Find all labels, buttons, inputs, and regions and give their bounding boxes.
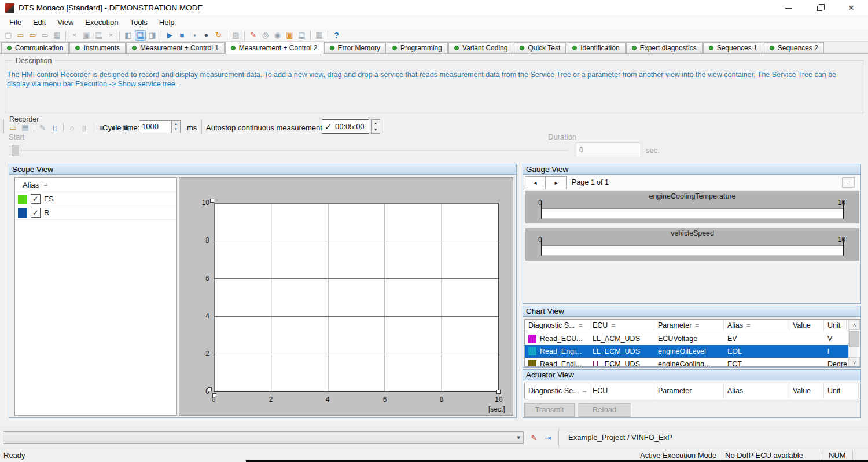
- cycle-time-spinner[interactable]: ▴ ▾: [171, 120, 181, 133]
- import-workspace-icon[interactable]: ▭: [39, 30, 50, 41]
- column-header[interactable]: Alias: [724, 383, 789, 399]
- new-document-icon[interactable]: ▢: [3, 30, 14, 41]
- save-recording-icon[interactable]: ▦: [20, 122, 31, 133]
- close-button[interactable]: ×: [838, 0, 865, 16]
- open-file-icon[interactable]: ▭: [15, 30, 26, 41]
- open-recording-icon[interactable]: ▭: [8, 122, 19, 133]
- scroll-up-button[interactable]: ∧: [849, 320, 860, 330]
- column-header[interactable]: Unit: [824, 320, 847, 332]
- axis-handle[interactable]: [212, 393, 216, 397]
- table-row-selected[interactable]: Read_Engi... LL_ECM_UDS engineOilLevel E…: [525, 345, 860, 358]
- duration-input[interactable]: 0: [576, 142, 641, 157]
- column-header[interactable]: Parameter=: [654, 320, 724, 332]
- axis-handle[interactable]: [210, 199, 214, 203]
- autostop-time-input[interactable]: 00:05:00: [334, 119, 369, 134]
- network-icon[interactable]: ◉: [272, 30, 283, 41]
- collapse-button[interactable]: −: [842, 177, 855, 188]
- open-project-icon[interactable]: ▭: [27, 30, 38, 41]
- tab-communication[interactable]: Communication: [1, 42, 69, 53]
- table-row[interactable]: Read_ECU... LL_ACM_UDS ECUVoltage EV V: [525, 332, 860, 345]
- layout-right-icon[interactable]: ◨: [147, 30, 158, 41]
- signal-row-fs[interactable]: ✓ FS: [15, 192, 176, 206]
- menu-edit[interactable]: Edit: [27, 16, 52, 29]
- spin-down-icon[interactable]: ▾: [172, 126, 180, 131]
- column-header[interactable]: ECU=: [589, 320, 654, 332]
- filter-icon[interactable]: =: [695, 320, 699, 332]
- filter-icon[interactable]: =: [579, 320, 583, 332]
- paint-icon[interactable]: ✎: [248, 30, 259, 41]
- page-prev-button[interactable]: ◂: [525, 176, 546, 189]
- delete-view-icon[interactable]: ▯: [79, 122, 90, 133]
- column-header[interactable]: Value: [789, 383, 824, 399]
- menu-view[interactable]: View: [52, 16, 79, 29]
- tab-expert-diagnostics[interactable]: Expert diagnostics: [626, 42, 703, 53]
- column-header[interactable]: Diagnostic S...=: [525, 320, 589, 332]
- column-header[interactable]: Alias=: [724, 320, 789, 332]
- stop-execution-icon[interactable]: ■: [176, 30, 187, 41]
- menu-file[interactable]: File: [3, 16, 27, 29]
- tab-measurement-control-2[interactable]: Measurement + Control 2: [225, 42, 323, 54]
- cycle-time-input[interactable]: 1000: [139, 120, 171, 133]
- signal-row-r[interactable]: ✓ R: [15, 206, 176, 220]
- table-row[interactable]: Read_Engi... LL_ECM_UDS engineCooling...…: [525, 358, 860, 367]
- column-header[interactable]: Diagnostic Se...=: [525, 383, 589, 399]
- start-slider-track[interactable]: [12, 150, 569, 152]
- service-combobox[interactable]: ▾: [3, 431, 524, 444]
- autostop-spinner[interactable]: ▴ ▾: [371, 119, 380, 134]
- signal-checkbox[interactable]: ✓: [31, 208, 41, 218]
- spin-down-icon[interactable]: ▾: [372, 126, 380, 133]
- calendar-icon[interactable]: ▦: [314, 30, 325, 41]
- pause-icon[interactable]: ◑: [189, 30, 200, 41]
- tab-instruments[interactable]: Instruments: [69, 42, 126, 53]
- brush-icon[interactable]: ✎: [528, 432, 540, 443]
- search-service-icon[interactable]: ◎: [260, 30, 271, 41]
- copy-icon[interactable]: ▣: [81, 30, 92, 41]
- axis-handle[interactable]: [208, 387, 212, 391]
- spin-up-icon[interactable]: ▴: [372, 120, 380, 126]
- layout-rows-icon[interactable]: ▤: [135, 30, 146, 41]
- axis-handle[interactable]: [496, 390, 501, 394]
- layout-left-icon[interactable]: ◧: [123, 30, 134, 41]
- cut-icon[interactable]: ×: [69, 30, 80, 41]
- record-icon[interactable]: ●: [201, 30, 212, 41]
- filter-icon[interactable]: =: [746, 320, 751, 332]
- protocol-icon[interactable]: ▤: [296, 30, 307, 41]
- filter-icon[interactable]: =: [583, 383, 587, 399]
- tab-sequences-1[interactable]: Sequences 1: [703, 42, 763, 53]
- tab-variant-coding[interactable]: Variant Coding: [448, 42, 514, 53]
- transmit-button[interactable]: Transmit: [524, 403, 575, 417]
- tab-programming[interactable]: Programming: [387, 42, 448, 53]
- scrollbar-thumb[interactable]: [849, 331, 859, 347]
- menu-tools[interactable]: Tools: [124, 16, 153, 29]
- spin-up-icon[interactable]: ▴: [172, 121, 180, 126]
- ecu-tool-icon[interactable]: ▣: [284, 30, 295, 41]
- help-icon[interactable]: ?: [331, 30, 342, 41]
- start-execution-icon[interactable]: ▶: [164, 30, 175, 41]
- menu-help[interactable]: Help: [153, 16, 181, 29]
- filter-icon[interactable]: =: [611, 320, 615, 332]
- signal-checkbox[interactable]: ✓: [31, 194, 41, 204]
- tab-identification[interactable]: Identification: [567, 42, 625, 53]
- home-view-icon[interactable]: ⌂: [67, 122, 78, 133]
- page-next-button[interactable]: ▸: [546, 176, 567, 189]
- restore-button[interactable]: [806, 0, 833, 16]
- recorder-toolbar-gripper[interactable]: [2, 119, 4, 133]
- paste-icon[interactable]: ▤: [93, 30, 104, 41]
- scope-plot-area[interactable]: [214, 203, 499, 392]
- column-header[interactable]: ECU: [589, 383, 654, 399]
- start-slider-handle[interactable]: [12, 145, 19, 156]
- tab-measurement-control-1[interactable]: Measurement + Control 1: [126, 42, 225, 53]
- column-header[interactable]: Parameter: [654, 383, 724, 399]
- column-header[interactable]: Unit: [824, 383, 859, 399]
- connect-icon[interactable]: ⇥: [542, 432, 554, 443]
- vertical-scrollbar[interactable]: ∧ ∨: [848, 320, 860, 366]
- edit-recording-icon[interactable]: ✎: [37, 122, 48, 133]
- minimize-button[interactable]: [775, 0, 801, 16]
- autostop-checkbox[interactable]: ✓: [322, 119, 334, 134]
- menu-execution[interactable]: Execution: [79, 16, 124, 29]
- refresh-icon[interactable]: ↻: [213, 30, 224, 41]
- save-icon[interactable]: ▦: [52, 30, 62, 41]
- delete-icon[interactable]: ×: [105, 30, 116, 41]
- tab-quick-test[interactable]: Quick Test: [514, 42, 566, 53]
- alias-column-header[interactable]: Alias =: [15, 178, 176, 192]
